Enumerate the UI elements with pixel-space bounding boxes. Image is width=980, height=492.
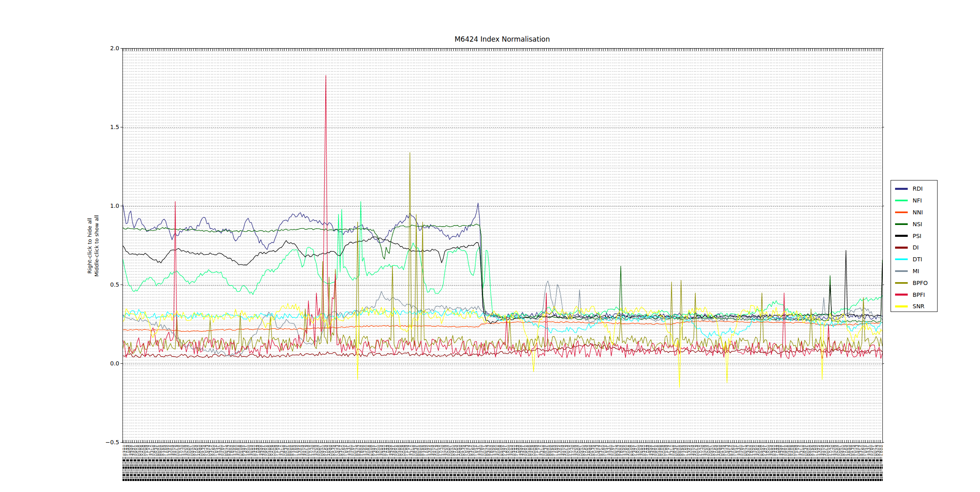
y-tick-label: −0.5 [95, 439, 119, 446]
y-tick-label: 2.0 [95, 45, 119, 52]
x-tick-label-row [122, 459, 883, 461]
legend-label: DI [913, 244, 919, 251]
legend-label: NSI [913, 221, 922, 227]
legend-entry-psi[interactable]: PSI [895, 230, 937, 242]
legend-label: RDI [913, 185, 923, 192]
legend-swatch-icon [895, 247, 908, 249]
legend-swatch-icon [895, 282, 908, 284]
legend-label: NNI [913, 209, 923, 216]
legend-label: DTI [913, 256, 922, 263]
y-axis-label: Right-click to hide all Middle-click to … [87, 215, 100, 277]
legend-entry-di[interactable]: DI [895, 242, 937, 254]
x-tick-label-row [122, 457, 883, 459]
legend-entry-nsi[interactable]: NSI [895, 218, 937, 230]
x-tick-label-row [122, 469, 883, 471]
x-tick-label-row [122, 462, 883, 464]
x-tick-label-row: HHRD9hDC0D43Dt+4P9CDAGHhGCh+HfTSXGDTAGH9… [122, 448, 883, 450]
legend-entry-bpfo[interactable]: BPFO [895, 277, 937, 289]
legend-entry-mi[interactable]: MI [895, 265, 937, 277]
legend-entry-snr[interactable]: SNR [895, 301, 937, 312]
legend-label: MI [913, 268, 919, 274]
legend-entry-nfi[interactable]: NFI [895, 195, 937, 207]
figure: M6424 Index Normalisation Right-click to… [0, 0, 980, 492]
legend-swatch-icon [895, 294, 908, 296]
legend-entry-bpfi[interactable]: BPFI [895, 289, 937, 301]
x-tick-label-row [122, 479, 883, 481]
legend-swatch-icon [895, 211, 908, 214]
legend-label: PSI [913, 233, 921, 239]
x-tick-label-row: CHRD0+H4O0DB9hC0H+HG09ShH9GRDCD89S+C09CD… [122, 445, 883, 447]
legend-label: SNR [913, 303, 924, 309]
x-tick-label-row [122, 474, 883, 476]
x-tick-label-row [122, 467, 883, 469]
legend-swatch-icon [895, 258, 908, 260]
x-tick-label-row [122, 476, 883, 479]
chart-canvas[interactable] [123, 49, 882, 443]
legend-swatch-icon [895, 305, 908, 307]
legend-label: BPFO [913, 280, 928, 286]
legend-swatch-icon [895, 270, 908, 272]
legend-swatch-icon [895, 223, 908, 225]
x-tick-label-row [122, 472, 883, 474]
x-tick-label-row: S0+fRRSCDDCD+fRSCDDD0++HfRRCD+HfRSCD0+HC… [122, 454, 883, 456]
plot-area[interactable] [122, 48, 883, 443]
x-tick-label-row [122, 464, 883, 466]
legend-swatch-icon [895, 200, 908, 202]
y-tick-label: 1.5 [95, 123, 119, 131]
legend-label: NFI [913, 197, 922, 204]
x-tick-label-band: CHRD0+H4O0DB9hC0H+HG09ShH9GRDCD89S+C09CD… [122, 445, 883, 485]
legend-box: RDINFINNINSIPSIDIDTIMIBPFOBPFISNR [891, 180, 938, 312]
y-tick-label: 0.5 [95, 281, 119, 288]
y-tick-label: 1.0 [95, 202, 119, 209]
legend-entry-dti[interactable]: DTI [895, 254, 937, 265]
chart-title: M6424 Index Normalisation [122, 35, 882, 43]
legend-swatch-icon [895, 188, 908, 190]
y-axis-label-line1: Right-click to hide all [87, 215, 94, 277]
legend-label: BPFI [913, 292, 925, 298]
legend-entry-rdi[interactable]: RDI [895, 183, 937, 195]
x-tick-label-row: PHCBPA9UfHCD4+P9DCD0fhGPCH4CDChTUCD9hCDD… [122, 451, 883, 453]
y-axis-label-line2: Middle-click to show all [94, 215, 100, 277]
legend-entry-nni[interactable]: NNI [895, 207, 937, 218]
y-tick-label: 0.0 [95, 360, 119, 367]
legend-swatch-icon [895, 235, 908, 237]
